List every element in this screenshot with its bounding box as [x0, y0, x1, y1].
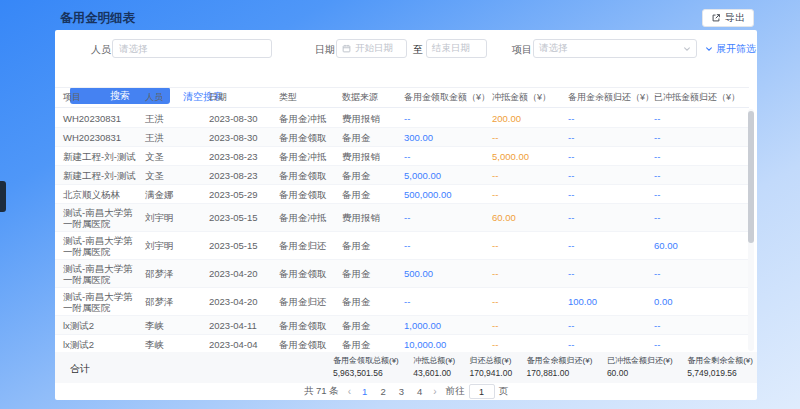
pagination: 共 71 条 ‹ 1234 › 前往 页 [55, 383, 757, 400]
table-cell: 2023-08-30 [209, 110, 279, 126]
table-cell: 2023-04-04 [209, 336, 279, 352]
table-cell: -- [654, 266, 746, 282]
summary-stat: 备用金剩余金额(¥)5,749,019.56 [687, 355, 753, 378]
table-cell: -- [568, 336, 654, 352]
table-cell: -- [654, 336, 746, 352]
goto-page-input[interactable] [469, 384, 495, 399]
table-cell: 新建工程-刘-测试 [63, 167, 145, 183]
expand-filters-link[interactable]: 展开筛选 [705, 42, 756, 56]
table-cell: 备用金领取 [279, 129, 342, 145]
table-cell: 新建工程-刘-测试 [63, 148, 145, 164]
table-cell: -- [568, 129, 654, 145]
table-cell: -- [654, 186, 746, 202]
expand-filters-label: 展开筛选 [716, 42, 756, 56]
table-cell: 测试-南昌大学第一附属医院 [63, 288, 145, 315]
calendar-icon [342, 44, 351, 53]
column-header: 数据来源 [342, 91, 404, 104]
table-cell: 测试-南昌大学第一附属医院 [63, 260, 145, 287]
table-cell: -- [654, 210, 746, 226]
table-cell: 2023-08-23 [209, 148, 279, 164]
summary-stat-label: 已冲抵金额归还(¥) [607, 355, 673, 366]
table-cell: -- [568, 186, 654, 202]
content-card: 人员 日期 开始日期 至 结束日期 项目 请选择 展开筛选 搜索 清空搜索 项目… [55, 30, 757, 400]
table-cell: 刘宇明 [145, 210, 209, 226]
person-input[interactable] [112, 39, 272, 58]
goto-suffix: 页 [499, 385, 509, 398]
column-header: 冲抵金额（¥） [492, 91, 568, 104]
project-select[interactable]: 请选择 [533, 39, 697, 58]
chevron-down-icon [705, 45, 713, 53]
table-cell: -- [568, 266, 654, 282]
sidebar-collapse-handle[interactable] [0, 181, 6, 212]
table-cell: -- [654, 317, 746, 333]
table-row: lx测试2李峡2023-04-11备用金领取备用金1,000.00------ [55, 316, 749, 335]
table-cell: 2023-04-20 [209, 294, 279, 310]
table-scrollbar[interactable] [748, 109, 754, 351]
table-cell: 备用金冲抵 [279, 148, 342, 164]
table-cell: 邵梦泽 [145, 266, 209, 282]
table-cell: -- [404, 148, 492, 164]
table-cell: 500,000.00 [404, 186, 492, 202]
summary-total-label: 合计 [70, 362, 90, 376]
date-to-label: 至 [413, 43, 423, 57]
summary-stat: 备用金领取总额(¥)5,963,501.56 [333, 355, 399, 378]
summary-stat: 备用金余额归还(¥)170,881.00 [527, 355, 593, 378]
table-cell: -- [654, 167, 746, 183]
export-button[interactable]: 导出 [702, 9, 754, 27]
table-cell: 备用金领取 [279, 336, 342, 352]
export-label: 导出 [725, 11, 745, 25]
table-cell: 测试-南昌大学第一附属医院 [63, 204, 145, 231]
table-cell: 2023-05-15 [209, 238, 279, 254]
summary-stat-value: 170,941.00 [470, 368, 513, 378]
table-cell: 满金娜 [145, 186, 209, 202]
table-cell: lx测试2 [63, 336, 145, 352]
summary-stat-label: 备用金领取总额(¥) [333, 355, 399, 366]
table-cell: 500.00 [404, 266, 492, 282]
date-label: 日期 [315, 43, 335, 57]
table-row: 测试-南昌大学第一附属医院刘宇明2023-05-15备用金归还备用金------… [55, 232, 749, 260]
summary-stat-label: 冲抵总额(¥) [413, 355, 455, 366]
table-cell: 300.00 [404, 129, 492, 145]
page-button-1[interactable]: 1 [360, 386, 369, 397]
table-cell: -- [568, 238, 654, 254]
table-cell: -- [568, 110, 654, 126]
table-cell: 李峡 [145, 336, 209, 352]
scrollbar-thumb[interactable] [748, 111, 754, 243]
project-placeholder: 请选择 [539, 42, 568, 55]
table-cell: 费用报销 [342, 210, 404, 226]
summary-stat: 冲抵总额(¥)43,601.00 [413, 355, 455, 378]
table-cell: -- [492, 266, 568, 282]
table-row: 测试-南昌大学第一附属医院刘宇明2023-05-15备用金冲抵费用报销--60.… [55, 204, 749, 232]
table-cell: 备用金领取 [279, 167, 342, 183]
page-button-2[interactable]: 2 [378, 386, 387, 397]
table-cell: 60.00 [654, 238, 746, 254]
page-button-3[interactable]: 3 [397, 386, 406, 397]
page-button-4[interactable]: 4 [415, 386, 424, 397]
end-date-input[interactable]: 结束日期 [426, 39, 487, 58]
table-cell: 费用报销 [342, 110, 404, 126]
next-page-icon[interactable]: › [433, 386, 436, 397]
table-cell: 王洪 [145, 129, 209, 145]
table-cell: 备用金 [342, 238, 404, 254]
goto-page-box: 前往 页 [446, 384, 509, 399]
summary-stat: 已冲抵金额归还(¥)60.00 [607, 355, 673, 378]
table-cell: 5,000.00 [404, 167, 492, 183]
table-cell: lx测试2 [63, 317, 145, 333]
table-cell: -- [492, 294, 568, 310]
column-header: 项目 [63, 91, 145, 104]
prev-page-icon[interactable]: ‹ [348, 386, 351, 397]
project-label: 项目 [512, 43, 532, 57]
start-date-input[interactable]: 开始日期 [336, 39, 407, 58]
table-cell: 备用金领取 [279, 317, 342, 333]
table-cell: 5,000.00 [492, 148, 568, 164]
table-cell: 李峡 [145, 317, 209, 333]
summary-row: 合计 备用金领取总额(¥)5,963,501.56冲抵总额(¥)43,601.0… [55, 352, 757, 383]
table-header: 项目 人员 日期 类型 数据来源 备用金领取金额（¥） 冲抵金额（¥） 备用金余… [55, 87, 749, 108]
table-cell: -- [568, 317, 654, 333]
table-cell: -- [492, 129, 568, 145]
summary-stat-label: 归还总额(¥) [470, 355, 513, 366]
table-cell: -- [568, 210, 654, 226]
table-row: 北京顺义杨林满金娜2023-05-29备用金领取备用金500,000.00---… [55, 185, 749, 204]
table-cell: 文圣 [145, 148, 209, 164]
end-date-placeholder: 结束日期 [432, 42, 470, 55]
